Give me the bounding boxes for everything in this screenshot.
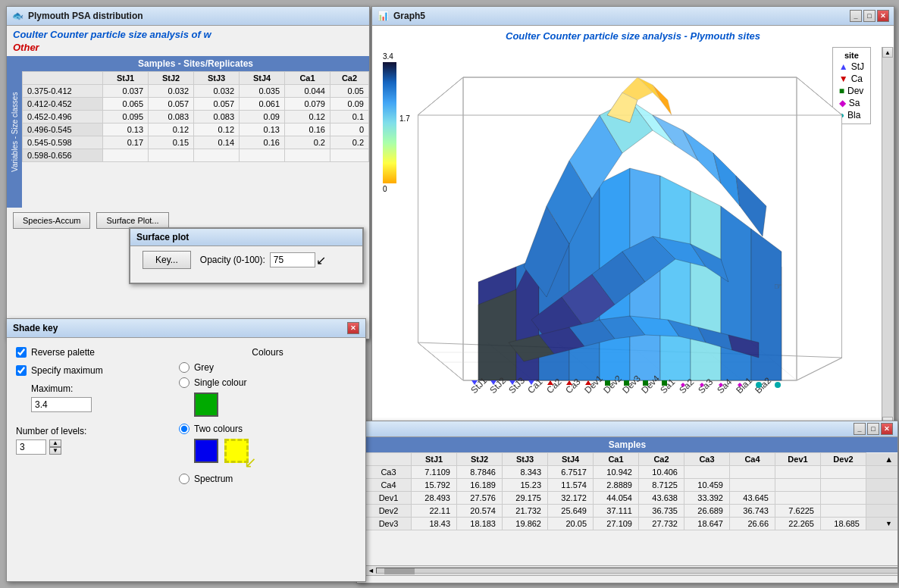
svg-rect-85 xyxy=(624,380,629,386)
grey-label: Grey xyxy=(194,362,214,373)
bottom-data-window: _ □ ✕ Samples Samples StJ1 StJ2 StJ3 StJ… xyxy=(356,421,898,583)
bottom-data-controls: _ □ ✕ xyxy=(854,423,893,435)
table-row: Ca37.11098.78468.3436.751710.94210.406 xyxy=(366,466,898,479)
legend-sa-label: Sa xyxy=(849,98,860,108)
graph-minimize-button[interactable]: _ xyxy=(850,10,862,22)
single-colour-label: Single colour xyxy=(194,377,246,388)
legend-bla-label: Bla xyxy=(847,110,860,120)
svg-rect-84 xyxy=(605,380,610,386)
graph-close-button[interactable]: ✕ xyxy=(877,10,889,22)
shade-key-titlebar[interactable]: Shade key ✕ xyxy=(7,319,365,338)
bottom-col-stj3: StJ3 xyxy=(503,453,548,466)
scroll-left-arrow[interactable]: ◄ xyxy=(368,567,374,574)
key-button[interactable]: Key... xyxy=(143,251,191,269)
reverse-palette-checkbox[interactable] xyxy=(16,347,27,358)
single-colour-swatch[interactable] xyxy=(194,393,218,417)
reverse-palette-row: Reverse palette xyxy=(16,347,164,358)
graph-content: Coulter Counter particle size analysis -… xyxy=(372,26,894,427)
bottom-col-dev1: Dev1 xyxy=(775,453,821,466)
shade-key-close-button[interactable]: ✕ xyxy=(347,322,359,334)
legend-dev: ■ Dev xyxy=(839,86,864,96)
bottom-col-stj2: StJ2 xyxy=(457,453,503,466)
graph-scroll-up-button[interactable]: ▲ xyxy=(882,47,893,58)
two-colours-label: Two colours xyxy=(194,424,243,434)
bottom-col-dev2: Dev2 xyxy=(821,453,866,466)
bottom-data-titlebar[interactable]: _ □ ✕ xyxy=(357,421,897,437)
scroll-track[interactable] xyxy=(376,568,897,574)
grey-radio-row: Grey xyxy=(179,362,356,373)
svg-marker-30 xyxy=(660,176,691,380)
svg-marker-24 xyxy=(478,289,516,380)
spectrum-radio[interactable] xyxy=(179,474,190,484)
bottom-scroll-indicator: ▲ xyxy=(866,453,898,466)
graph-window: 📊 Graph5 _ □ ✕ Coulter Counter particle … xyxy=(371,6,894,430)
surface-plot-titlebar[interactable]: Surface plot xyxy=(130,229,362,246)
grey-radio[interactable] xyxy=(179,362,190,373)
psa-data-table: StJ1 StJ2 StJ3 StJ4 Ca1 Ca2 0.375-0.4120… xyxy=(22,71,369,162)
single-swatch-container xyxy=(179,393,356,419)
legend-dev-label: Dev xyxy=(847,86,863,96)
scale-top-label: 3.4 xyxy=(383,52,393,61)
color-scale-container: 3.4 1.7 0 xyxy=(383,52,396,193)
species-accum-button[interactable]: Species-Accum xyxy=(13,212,90,229)
svg-point-92 xyxy=(756,382,762,388)
legend-ca-label: Ca xyxy=(851,74,863,84)
psa-other: Other xyxy=(7,40,369,56)
col-header-ca1: Ca1 xyxy=(285,72,330,85)
levels-spinner: ▲ ▼ xyxy=(49,439,61,455)
scroll-thumb[interactable] xyxy=(384,568,415,574)
cursor-indicator: ↙ xyxy=(316,253,326,267)
col-header-empty xyxy=(23,72,103,85)
surface-plot-svg: StJ1 StJ2 StJ3 Ca1 Ca2 Ca3 Dev1 Dev2 Dev… xyxy=(418,47,842,411)
single-colour-radio-row: Single colour xyxy=(179,377,356,388)
surface-plot-body: Key... ↙ Opacity (0-100): xyxy=(130,246,362,274)
bottom-data-table: StJ1 StJ2 StJ3 StJ4 Ca1 Ca2 Ca3 Ca4 Dev1… xyxy=(365,452,897,530)
shade-key-body: Reverse palette Specify maximum Maximum:… xyxy=(7,338,365,493)
bottom-horizontal-scrollbar[interactable]: ◄ ► xyxy=(365,565,897,576)
num-levels-group: Number of levels: ▲ ▼ xyxy=(16,426,164,455)
maximum-input[interactable] xyxy=(31,397,92,412)
shade-key-window: Shade key ✕ Reverse palette Specify maxi… xyxy=(6,318,366,582)
bottom-col-ca4: Ca4 xyxy=(730,453,775,466)
graph-maximize-button[interactable]: □ xyxy=(863,10,876,22)
svg-text:☞: ☞ xyxy=(774,281,782,292)
specify-maximum-label: Specify maximum xyxy=(31,365,103,376)
colour-swatch-blue[interactable] xyxy=(194,439,218,463)
col-header-ca2: Ca2 xyxy=(330,72,368,85)
bottom-col-ca1: Ca1 xyxy=(594,453,639,466)
bottom-data-maximize-button[interactable]: □ xyxy=(867,423,879,435)
colour-swatch-yellow[interactable]: ↙ xyxy=(224,439,249,463)
table-row: 0.452-0.4960.0950.0830.0830.090.120.1 xyxy=(23,111,369,124)
spectrum-radio-row: Spectrum xyxy=(179,474,356,484)
legend-sa: ◆ Sa xyxy=(839,98,864,108)
svg-marker-33 xyxy=(751,229,782,380)
bottom-table-scroll[interactable]: StJ1 StJ2 StJ3 StJ4 Ca1 Ca2 Ca3 Ca4 Dev1… xyxy=(365,452,897,565)
two-colours-swatches: ↙ xyxy=(179,439,356,463)
graph-titlebar[interactable]: 📊 Graph5 _ □ ✕ xyxy=(372,7,894,26)
bottom-data-close-button[interactable]: ✕ xyxy=(881,423,893,435)
specify-maximum-checkbox[interactable] xyxy=(16,365,27,376)
reverse-palette-label: Reverse palette xyxy=(31,347,95,358)
svg-rect-87 xyxy=(662,380,667,386)
surface-plot-button[interactable]: Surface Plot... xyxy=(96,212,168,229)
opacity-input[interactable] xyxy=(270,252,315,267)
legend-stj-label: StJ xyxy=(851,61,864,72)
table-header-row: StJ1 StJ2 StJ3 StJ4 Ca1 Ca2 xyxy=(23,72,369,85)
bottom-data-minimize-button[interactable]: _ xyxy=(854,423,866,435)
single-colour-radio[interactable] xyxy=(179,377,190,388)
spectrum-label: Spectrum xyxy=(194,474,233,484)
levels-down-button[interactable]: ▼ xyxy=(49,447,61,455)
levels-up-button[interactable]: ▲ xyxy=(49,439,61,447)
psa-titlebar[interactable]: 🐟 Plymouth PSA distribution xyxy=(7,7,369,26)
table-row: 0.545-0.5980.170.150.140.160.20.2 xyxy=(23,136,369,149)
col-header-stj3: StJ3 xyxy=(194,72,240,85)
colours-section: Colours Grey Single colour Two colours xyxy=(179,347,356,484)
two-colours-radio[interactable] xyxy=(179,424,190,434)
scale-bot-label: 0 xyxy=(383,185,387,193)
svg-point-93 xyxy=(775,382,781,388)
table-row: 0.598-0.656 xyxy=(23,149,369,162)
shade-key-left-panel: Reverse palette Specify maximum Maximum:… xyxy=(16,347,164,484)
col-header-stj4: StJ4 xyxy=(240,72,285,85)
levels-input[interactable] xyxy=(16,439,46,455)
col-header-stj2: StJ2 xyxy=(149,72,194,85)
